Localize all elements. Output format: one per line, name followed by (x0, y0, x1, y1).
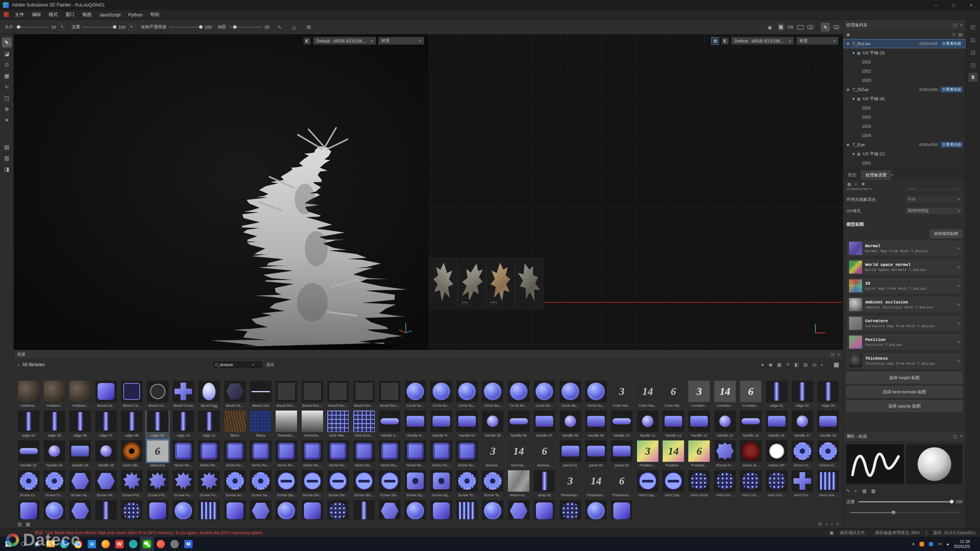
bake-mesh-maps-button[interactable]: 烘焙模型贴图 (930, 230, 962, 238)
asset-item[interactable]: Vent Cap... (661, 470, 686, 500)
asset-item[interactable]: Screw To... (454, 470, 479, 500)
udim-tile-row[interactable]: 1001 (843, 57, 965, 67)
asset-item[interactable]: Screw Pol... (119, 470, 144, 500)
asset-item[interactable]: Screw To... (480, 470, 505, 500)
taskbar-clock[interactable]: 11:34 2026/2/5 (954, 539, 970, 549)
remove-map-icon[interactable]: × (957, 321, 960, 326)
float-panel-icon[interactable]: ◳ (830, 352, 834, 357)
filter-icon[interactable]: ▽ (952, 32, 955, 37)
asset-item[interactable]: Bevel Cross (171, 381, 196, 411)
alignment-icon[interactable]: △ (290, 23, 298, 31)
asset-item[interactable]: panel 03 (609, 440, 634, 470)
viewport-2d[interactable]: ▦ ◧ Default - sRGB IEC6196...▾ 材质▾ 10021… (428, 34, 842, 350)
flow-slider[interactable] (859, 501, 952, 502)
asset-search-box[interactable]: × (212, 360, 263, 369)
asset-item[interactable]: Niche Re... (454, 440, 479, 470)
asset-item[interactable]: Vent Line... (816, 470, 841, 500)
asset-item[interactable] (300, 500, 325, 519)
texture-set-row[interactable]: ◉T_Eye4096x4096主要着色器 (843, 140, 965, 149)
colorspace-select-2d[interactable]: Default - sRGB IEC6196...▾ (731, 37, 794, 45)
asset-item[interactable]: Circle Bu... (403, 381, 428, 411)
asset-item[interactable]: Grid Alter... (326, 411, 351, 440)
shader-chip[interactable]: 主要着色器 (940, 142, 963, 148)
asset-item[interactable]: handle 10 (609, 411, 634, 440)
asset-item[interactable] (119, 500, 144, 519)
asset-item[interactable]: sclera al... (738, 440, 763, 470)
task-view-icon[interactable]: ▣ (30, 537, 44, 551)
search-input[interactable] (220, 362, 250, 367)
asset-item[interactable]: edge 10 (171, 411, 196, 440)
asset-item[interactable]: Screw Slo... (377, 470, 402, 500)
remove-map-icon[interactable]: × (957, 284, 960, 288)
texture-view-icon[interactable]: ◧ (721, 37, 729, 45)
settings-scroll-area[interactable]: 法线混合模式替换▾环境光遮蔽混合替换▾UV填充3D空间邻近▾模型贴图烘焙模型贴图… (843, 188, 965, 430)
udim-tile-row[interactable]: 1002 (843, 112, 965, 122)
filter-smart-masks-icon[interactable]: ▩ (777, 362, 781, 367)
library-selector[interactable]: All libraries (22, 362, 45, 367)
asset-item[interactable] (248, 500, 273, 519)
list-view-icon[interactable]: ▤ (18, 522, 22, 527)
texture-set-row[interactable]: ◉T_DiZue4096x4096主要着色器 (843, 85, 965, 94)
maximize-button[interactable]: □ (945, 0, 962, 10)
asset-item[interactable]: Vent Circ... (712, 470, 737, 500)
projection-tool[interactable]: ⊙ (2, 60, 12, 70)
asset-item[interactable]: 14Curvatur... (712, 381, 737, 411)
texture-set-row[interactable]: ◉T_BuLiao4096x4096主要着色器 (843, 39, 965, 48)
settings-view-icon[interactable]: ▦ (847, 182, 851, 187)
menu-item[interactable]: 编辑 (28, 10, 45, 20)
asset-item[interactable]: Screw He... (93, 470, 118, 500)
asset-item[interactable]: Bevel Ca... (93, 381, 118, 411)
asset-item[interactable]: Screw He... (68, 470, 93, 500)
asset-item[interactable] (506, 500, 531, 519)
asset-item[interactable]: strap 01 (532, 470, 557, 500)
asset-item[interactable]: 6Color Ma... (661, 381, 686, 411)
taskbar-app-gray[interactable] (168, 537, 181, 551)
camera-icon[interactable] (807, 25, 813, 29)
pen-pressure-icon[interactable]: ✎ (128, 24, 135, 31)
paint-tool[interactable]: ✎ (2, 37, 12, 47)
select-map-button[interactable]: 选择 height 贴图 (846, 372, 962, 383)
asset-item[interactable]: Bevel Ca... (119, 381, 144, 411)
asset-item[interactable]: Niche Re... (248, 440, 273, 470)
asset-item[interactable]: handle 14 (712, 411, 737, 440)
menu-item[interactable]: 模式 (45, 10, 62, 20)
taskbar-app-teal[interactable] (126, 537, 140, 551)
menu-item[interactable]: 窗口 (62, 10, 78, 20)
mesh-map-item[interactable]: CurvatureCurvature Map from Mesh T_BuLia… (846, 315, 962, 332)
remove-map-icon[interactable]: × (957, 340, 960, 344)
pause-engine-icon[interactable] (778, 24, 784, 31)
asset-item[interactable]: Bevel Cir... (145, 381, 170, 411)
viewport-eye-icon[interactable]: ◉ (766, 23, 774, 31)
asset-item[interactable]: 14Normal... (506, 440, 531, 470)
asset-item[interactable]: edge 08 (119, 411, 144, 440)
taskbar-app-wechat[interactable] (140, 537, 154, 551)
clear-search-icon[interactable]: × (252, 362, 254, 367)
asset-item[interactable]: Screw Sq... (429, 470, 454, 500)
asset-item[interactable]: Vent Circ... (764, 470, 789, 500)
asset-item[interactable] (480, 500, 505, 519)
asset-item[interactable] (609, 500, 634, 519)
asset-item[interactable] (222, 500, 247, 519)
asset-item[interactable]: edge 02 (790, 381, 815, 411)
stencil-settings-icon[interactable]: ▦ (862, 488, 866, 494)
udim-tile-preview[interactable]: 1003 (486, 258, 515, 309)
asset-item[interactable]: Screw Slo... (351, 470, 376, 500)
mesh-map-item[interactable]: World space normalWorld Space Normals T_… (846, 259, 962, 276)
taskbar-app-chrome[interactable] (71, 537, 85, 551)
asset-item[interactable]: Grid Gros... (351, 411, 376, 440)
asset-item[interactable] (16, 500, 41, 519)
asset-item[interactable]: Screw Sq... (403, 470, 428, 500)
asset-item[interactable] (403, 500, 428, 519)
asset-item[interactable]: Niche Re... (403, 440, 428, 470)
asset-item[interactable] (145, 500, 170, 519)
mesh-map-item[interactable]: IDColor Map from Mesh T_BuLiao× (846, 277, 962, 294)
remove-map-icon[interactable]: × (957, 359, 960, 363)
asset-item[interactable]: fibers (222, 411, 247, 440)
taskbar-app-red[interactable] (154, 537, 168, 551)
menu-item[interactable]: 文件 (11, 10, 28, 20)
asset-item[interactable]: Vent Circle (687, 470, 712, 500)
udim-tiles[interactable]: 10021003 (429, 258, 544, 309)
asset-item[interactable]: handle 22 (16, 440, 41, 470)
tray-network-icon[interactable]: ▭ (938, 541, 942, 546)
add-asset-icon[interactable]: + (836, 522, 839, 527)
